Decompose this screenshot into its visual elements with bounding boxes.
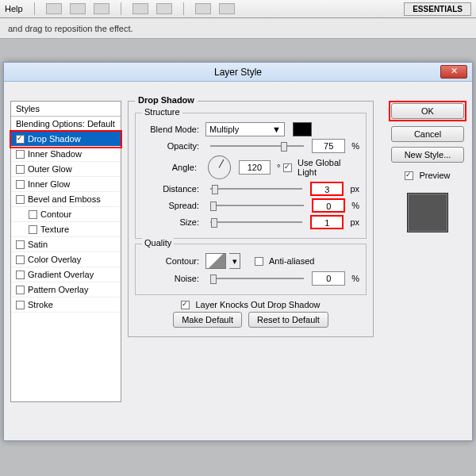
use-global-light-label: Use Global Light: [298, 158, 359, 177]
dialog-title: Layer Style: [4, 67, 472, 78]
style-row-inner-shadow[interactable]: Inner Shadow: [11, 147, 121, 162]
close-button[interactable]: ✕: [440, 65, 467, 79]
toolbar-icon[interactable]: [195, 3, 211, 14]
size-label: Size:: [142, 217, 199, 227]
size-slider[interactable]: [210, 217, 302, 228]
group-label: Drop Shadow: [135, 95, 198, 105]
toolbar-separator: [34, 2, 35, 15]
layer-style-dialog: Layer Style ✕ Styles Blending Options: D…: [3, 62, 473, 441]
opacity-label: Opacity:: [142, 141, 199, 151]
checkbox-icon[interactable]: [16, 255, 25, 264]
angle-label: Angle:: [142, 163, 197, 172]
subgroup-label: Quality: [142, 238, 174, 248]
structure-group: Structure Blend Mode: Multiply ▼ Opacity…: [135, 113, 367, 239]
preview-swatch: [407, 193, 448, 232]
checkbox-icon[interactable]: [16, 150, 25, 159]
style-row-stroke[interactable]: Stroke: [11, 298, 121, 313]
close-icon: ✕: [451, 66, 458, 75]
layer-knocks-out-label: Layer Knocks Out Drop Shadow: [195, 300, 320, 309]
toolbar-icon[interactable]: [70, 3, 86, 14]
cancel-button[interactable]: Cancel: [391, 126, 464, 142]
blend-mode-select[interactable]: Multiply ▼: [205, 122, 285, 136]
style-row-inner-glow[interactable]: Inner Glow: [11, 177, 121, 192]
toolbar-icon[interactable]: [132, 3, 148, 14]
anti-aliased-label: Anti-aliased: [269, 256, 314, 266]
opacity-field[interactable]: 75: [312, 139, 345, 153]
checkbox-icon[interactable]: [16, 301, 25, 309]
style-row-contour[interactable]: Contour: [11, 207, 121, 222]
noise-field[interactable]: 0: [312, 271, 345, 286]
chevron-down-icon: ▼: [272, 125, 281, 134]
layer-knocks-out-checkbox[interactable]: [181, 301, 190, 309]
chevron-down-icon: ▾: [232, 256, 237, 267]
checkbox-icon[interactable]: [16, 135, 25, 144]
subgroup-label: Structure: [142, 107, 182, 117]
spread-field[interactable]: 0: [312, 198, 345, 213]
distance-slider[interactable]: [210, 183, 302, 194]
angle-dial[interactable]: [208, 155, 231, 179]
noise-slider[interactable]: [210, 273, 304, 284]
style-row-pattern-overlay[interactable]: Pattern Overlay: [11, 282, 121, 298]
drop-shadow-group: Drop Shadow Structure Blend Mode: Multip…: [128, 101, 374, 337]
noise-label: Noise:: [142, 274, 199, 283]
dialog-titlebar[interactable]: Layer Style ✕: [4, 63, 472, 82]
distance-label: Distance:: [142, 184, 199, 194]
checkbox-icon[interactable]: [16, 286, 25, 294]
reset-default-button[interactable]: Reset to Default: [248, 312, 328, 328]
checkbox-icon[interactable]: [29, 225, 37, 234]
contour-label: Contour:: [142, 256, 199, 266]
preview-checkbox[interactable]: [405, 171, 413, 180]
opacity-slider[interactable]: [210, 140, 304, 152]
shadow-color-swatch[interactable]: [293, 122, 312, 136]
toolbar-icon[interactable]: [219, 3, 235, 14]
spread-slider[interactable]: [210, 200, 304, 211]
checkbox-icon[interactable]: [16, 240, 25, 249]
ok-button[interactable]: OK: [391, 103, 464, 119]
app-menubar: Help ESSENTIALS: [0, 0, 476, 18]
style-row-drop-shadow[interactable]: Drop Shadow: [11, 132, 121, 147]
angle-field[interactable]: 120: [239, 160, 271, 175]
styles-header[interactable]: Styles: [11, 102, 121, 117]
preview-label: Preview: [419, 171, 450, 180]
optionsbar-hint: and drag to reposition the effect.: [8, 24, 133, 33]
checkbox-icon[interactable]: [16, 165, 25, 174]
style-row-bevel-emboss[interactable]: Bevel and Emboss: [11, 192, 121, 207]
toolbar-separator: [121, 2, 121, 15]
toolbar-icon[interactable]: [46, 3, 62, 14]
style-row-texture[interactable]: Texture: [11, 222, 121, 237]
new-style-button[interactable]: New Style...: [391, 147, 464, 163]
checkbox-icon[interactable]: [16, 271, 25, 279]
toolbar-icon[interactable]: [94, 3, 109, 14]
style-row-gradient-overlay[interactable]: Gradient Overlay: [11, 267, 121, 282]
contour-picker[interactable]: [205, 253, 226, 269]
blend-mode-label: Blend Mode:: [142, 125, 199, 134]
menu-help[interactable]: Help: [5, 4, 23, 13]
distance-field[interactable]: 3: [310, 182, 344, 196]
dialog-right-buttons: OK Cancel New Style... Preview: [390, 101, 466, 232]
options-bar: and drag to reposition the effect.: [0, 18, 476, 39]
make-default-button[interactable]: Make Default: [173, 312, 242, 328]
toolbar-icon[interactable]: [156, 3, 172, 14]
styles-list: Styles Blending Options: Default Drop Sh…: [10, 101, 121, 402]
checkbox-icon[interactable]: [16, 195, 25, 204]
checkbox-icon[interactable]: [29, 210, 37, 219]
style-row-color-overlay[interactable]: Color Overlay: [11, 252, 121, 267]
use-global-light-checkbox[interactable]: [283, 163, 292, 172]
settings-panel: Drop Shadow Structure Blend Mode: Multip…: [128, 101, 374, 342]
checkbox-icon[interactable]: [16, 180, 25, 189]
workspace-essentials-button[interactable]: ESSENTIALS: [404, 2, 471, 16]
quality-group: Quality Contour: ▾ Anti-aliased Noise: 0…: [135, 244, 367, 295]
anti-aliased-checkbox[interactable]: [255, 257, 263, 266]
size-field[interactable]: 1: [310, 215, 344, 229]
spread-label: Spread:: [142, 201, 199, 210]
contour-picker-arrow[interactable]: ▾: [229, 253, 240, 269]
style-row-outer-glow[interactable]: Outer Glow: [11, 162, 121, 177]
toolbar-separator: [183, 2, 184, 15]
style-row-satin[interactable]: Satin: [11, 237, 121, 252]
